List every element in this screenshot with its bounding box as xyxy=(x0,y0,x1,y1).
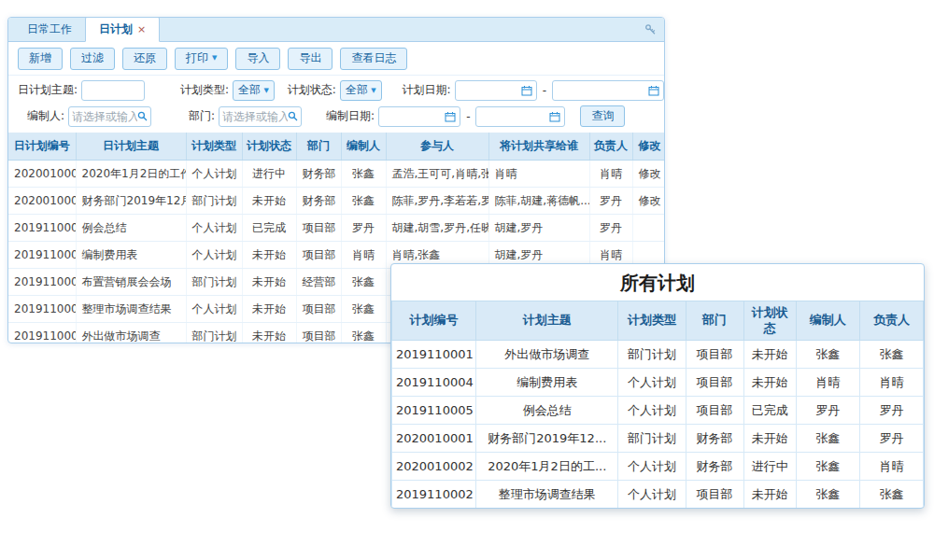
tab-daily-plan[interactable]: 日计划 × xyxy=(85,17,160,42)
cell-plan-subject[interactable]: 布置营销展会会场 xyxy=(76,269,186,296)
cell-plan-id[interactable]: 2019110002 xyxy=(8,296,76,323)
cell-plan-subject[interactable]: 财务部门2019年12月的... xyxy=(76,188,186,215)
plan-type-label: 计划类型: xyxy=(180,82,229,98)
cell-plan-status: 未开始 xyxy=(242,323,296,343)
cell-department: 财务部 xyxy=(296,188,341,215)
cell-plan-id[interactable]: 2019110001 xyxy=(8,323,76,343)
cell-modify-link[interactable]: 修改 xyxy=(632,161,665,188)
chevron-down-icon: ▼ xyxy=(212,54,217,63)
cell-plan-status: 已完成 xyxy=(743,397,796,425)
cell-plan-subject[interactable]: 2020年1月2日的工作日... xyxy=(76,161,186,188)
search-icon[interactable] xyxy=(288,111,298,121)
cell-owner: 张鑫 xyxy=(859,481,923,509)
cell-owner[interactable]: 肖晴 xyxy=(589,161,632,188)
close-icon[interactable]: × xyxy=(137,24,146,35)
cell-plan-subject[interactable]: 例会总结 xyxy=(76,215,186,242)
cell-plan-id[interactable]: 2019110004 xyxy=(8,242,76,269)
cell-creator: 张鑫 xyxy=(796,453,859,481)
calendar-icon xyxy=(445,111,456,122)
col-header-type: 计划类型 xyxy=(618,301,686,341)
plan-status-select[interactable]: 全部 ▼ xyxy=(340,80,382,101)
print-button[interactable]: 打印▼ xyxy=(175,48,228,70)
cell-participants: 胡建,胡雪,罗丹,任晓... xyxy=(386,215,488,242)
import-button[interactable]: 导入 xyxy=(235,48,280,70)
add-button[interactable]: 新增 xyxy=(18,48,63,70)
cell-plan-type: 个人计划 xyxy=(618,397,686,425)
subject-input[interactable] xyxy=(81,80,145,101)
tab-daily-work[interactable]: 日常工作 xyxy=(14,17,85,41)
view-log-button[interactable]: 查看日志 xyxy=(340,48,407,70)
button-label: 导入 xyxy=(247,51,269,66)
plan-type-select[interactable]: 全部 ▼ xyxy=(233,80,275,101)
cell-plan-id[interactable]: 2020010002 xyxy=(8,161,76,188)
filter-button[interactable]: 过滤 xyxy=(70,48,115,70)
cell-modify-link[interactable]: 修改 xyxy=(632,188,665,215)
cell-plan-id: 2020010002 xyxy=(392,453,476,481)
query-button[interactable]: 查询 xyxy=(580,105,625,128)
cell-creator: 张鑫 xyxy=(796,481,859,509)
col-header-status: 计划状态 xyxy=(743,301,796,341)
col-header-type[interactable]: 计划类型 xyxy=(186,133,242,161)
cell-plan-subject[interactable]: 整理市场调查结果 xyxy=(76,296,186,323)
col-header-department[interactable]: 部门 xyxy=(296,133,341,161)
cell-plan-subject[interactable]: 编制费用表 xyxy=(76,242,186,269)
cell-department: 项目部 xyxy=(686,397,743,425)
cell-plan-id[interactable]: 2019110003 xyxy=(8,269,76,296)
table-row[interactable]: 2020010002 2020年1月2日的工作日... 个人计划 进行中 财务部… xyxy=(8,161,665,188)
department-input[interactable] xyxy=(222,110,288,123)
compile-date-start-input[interactable] xyxy=(378,106,460,127)
table-row[interactable]: 2020010001 财务部门2019年12月的... 部门计划 未开始 财务部… xyxy=(8,188,665,215)
cell-participants: 孟浩,王可可,肖晴,张鑫 xyxy=(386,161,488,188)
table-row: 2019110004 编制费用表 个人计划 项目部 未开始 肖晴 肖晴 xyxy=(392,369,924,397)
cell-owner: 罗丹 xyxy=(859,397,923,425)
cell-department: 项目部 xyxy=(296,242,341,269)
subject-label: 日计划主题: xyxy=(18,82,78,98)
cell-plan-status: 未开始 xyxy=(743,341,796,369)
col-header-share-with[interactable]: 将计划共享给谁 xyxy=(488,133,589,161)
key-icon[interactable] xyxy=(644,23,657,35)
toolbar: 新增 过滤 还原 打印▼ 导入 导出 查看日志 xyxy=(8,42,664,76)
creator-label: 编制人: xyxy=(27,108,64,124)
button-label: 打印 xyxy=(186,51,208,66)
restore-button[interactable]: 还原 xyxy=(122,48,167,70)
cell-plan-status: 未开始 xyxy=(743,425,796,453)
all-plans-table: 计划编号 计划主题 计划类型 部门 计划状态 编制人 负责人 201911000… xyxy=(391,301,924,509)
col-header-department: 部门 xyxy=(686,301,743,341)
col-header-modify[interactable]: 修改 xyxy=(632,133,665,161)
plan-date-start-input[interactable] xyxy=(455,80,537,101)
table-header-row: 计划编号 计划主题 计划类型 部门 计划状态 编制人 负责人 xyxy=(392,301,924,341)
cell-plan-subject: 外出做市场调查 xyxy=(476,341,618,369)
cell-department: 项目部 xyxy=(296,215,341,242)
compile-date-end-input[interactable] xyxy=(475,106,565,127)
cell-modify-link xyxy=(632,215,665,242)
cell-plan-id[interactable]: 2019110005 xyxy=(8,215,76,242)
cell-creator: 张鑫 xyxy=(341,269,386,296)
cell-plan-type: 个人计划 xyxy=(186,215,242,242)
cell-plan-id[interactable]: 2020010001 xyxy=(8,188,76,215)
search-icon[interactable] xyxy=(137,111,148,121)
col-header-subject[interactable]: 日计划主题 xyxy=(76,133,186,161)
col-header-creator[interactable]: 编制人 xyxy=(341,133,386,161)
table-row[interactable]: 2019110005 例会总结 个人计划 已完成 项目部 罗丹 胡建,胡雪,罗丹… xyxy=(8,215,665,242)
screen: 日常工作 日计划 × 新增 过滤 还原 打印▼ 导入 导出 查看日志 xyxy=(0,0,934,560)
col-header-owner[interactable]: 负责人 xyxy=(589,133,632,161)
plan-date-end-input[interactable] xyxy=(552,80,664,101)
department-label: 部门: xyxy=(189,108,215,124)
cell-department: 财务部 xyxy=(686,453,743,481)
cell-owner[interactable]: 罗丹 xyxy=(589,215,632,242)
cell-creator: 张鑫 xyxy=(796,341,859,369)
export-button[interactable]: 导出 xyxy=(288,48,333,70)
cell-creator: 张鑫 xyxy=(341,188,386,215)
col-header-plan-id[interactable]: 日计划编号 xyxy=(8,133,76,161)
cell-department: 经营部 xyxy=(296,269,341,296)
cell-plan-status: 进行中 xyxy=(743,453,796,481)
col-header-status[interactable]: 计划状态 xyxy=(242,133,296,161)
cell-share-with: 胡建,罗丹 xyxy=(488,215,589,242)
cell-plan-type: 个人计划 xyxy=(618,481,686,509)
col-header-participants[interactable]: 参与人 xyxy=(386,133,488,161)
cell-plan-status: 未开始 xyxy=(743,369,796,397)
creator-input[interactable] xyxy=(72,110,137,123)
tab-bar: 日常工作 日计划 × xyxy=(8,18,664,42)
cell-plan-subject[interactable]: 外出做市场调查 xyxy=(76,323,186,343)
cell-owner[interactable]: 罗丹 xyxy=(589,188,632,215)
